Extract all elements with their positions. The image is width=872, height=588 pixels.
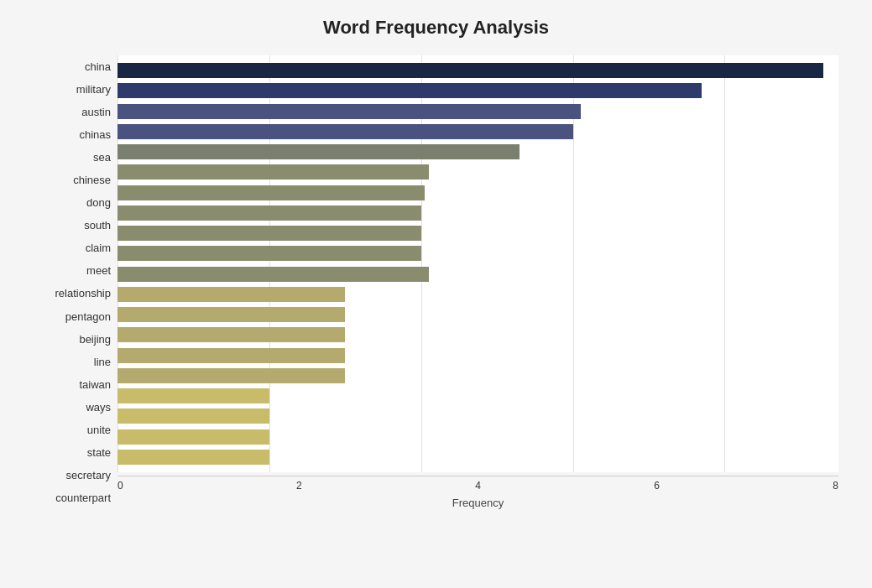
x-tick-label: 6 xyxy=(654,480,660,492)
bar-row xyxy=(117,407,838,425)
bar-row xyxy=(117,285,838,304)
bar-row xyxy=(117,224,838,242)
chart-area: chinamilitaryaustinchinasseachinesedongs… xyxy=(34,55,838,509)
bar xyxy=(117,63,823,78)
bar xyxy=(117,226,421,241)
y-axis-label: secretary xyxy=(66,470,111,481)
bar-row xyxy=(117,122,838,141)
y-axis-label: claim xyxy=(86,242,111,253)
bar xyxy=(117,408,269,424)
y-axis-labels: chinamilitaryaustinchinasseachinesedongs… xyxy=(34,55,117,509)
x-axis-title: Frequency xyxy=(117,497,838,509)
y-axis-label: chinas xyxy=(79,129,111,140)
y-axis-label: chinese xyxy=(73,174,111,185)
bar-row xyxy=(117,367,838,385)
bar xyxy=(117,429,269,445)
bar-row xyxy=(117,325,838,344)
x-tick-label: 8 xyxy=(833,480,838,492)
y-axis-label: counterpart xyxy=(55,492,111,503)
y-axis-label: meet xyxy=(86,265,111,276)
bar-row xyxy=(117,387,838,405)
bar-row xyxy=(117,204,838,222)
bar-row xyxy=(117,61,838,80)
bars-wrapper xyxy=(117,55,838,472)
y-axis-label: ways xyxy=(86,402,111,413)
bar xyxy=(117,388,269,403)
bar-row xyxy=(117,448,838,466)
bar-row xyxy=(117,184,838,202)
x-axis: 02468 Frequency xyxy=(117,476,838,509)
y-axis-label: beijing xyxy=(79,334,111,345)
bar xyxy=(117,287,345,302)
bar-row xyxy=(117,346,838,365)
bar xyxy=(117,144,520,159)
bar-row xyxy=(117,265,838,284)
chart-container: Word Frequency Analysis chinamilitaryaus… xyxy=(0,0,872,588)
y-axis-label: state xyxy=(87,447,111,458)
bar-row xyxy=(117,102,838,121)
bars-section xyxy=(117,55,838,472)
y-axis-label: military xyxy=(76,84,111,95)
bar xyxy=(117,164,429,180)
y-axis-label: austin xyxy=(81,107,111,117)
bar-row xyxy=(117,305,838,324)
x-tick-label: 0 xyxy=(117,480,123,492)
bar xyxy=(117,368,345,383)
plot-area: 02468 Frequency xyxy=(117,55,838,509)
y-axis-label: china xyxy=(85,61,111,72)
bar xyxy=(117,267,429,282)
bar xyxy=(117,124,573,139)
x-axis-labels: 02468 xyxy=(117,476,838,492)
bar xyxy=(117,450,269,465)
y-axis-label: sea xyxy=(93,152,111,163)
bar xyxy=(117,307,345,322)
bar xyxy=(117,246,421,261)
bar-row xyxy=(117,428,838,446)
bar-row xyxy=(117,81,838,100)
bar-row xyxy=(117,163,838,181)
bar xyxy=(117,206,421,221)
y-axis-label: south xyxy=(84,220,111,231)
y-axis-label: relationship xyxy=(55,288,112,299)
bar xyxy=(117,185,425,200)
bar xyxy=(117,348,345,363)
bar-row xyxy=(117,244,838,263)
y-axis-label: unite xyxy=(87,424,111,435)
bar xyxy=(117,327,345,342)
y-axis-label: taiwan xyxy=(79,379,111,390)
bar xyxy=(117,83,702,98)
bar xyxy=(117,104,581,119)
chart-title: Word Frequency Analysis xyxy=(34,17,838,39)
x-tick-label: 4 xyxy=(475,480,481,492)
y-axis-label: pentagon xyxy=(65,311,111,322)
bar-row xyxy=(117,143,838,161)
x-tick-label: 2 xyxy=(296,480,302,492)
y-axis-label: dong xyxy=(86,197,111,208)
y-axis-label: line xyxy=(94,356,111,367)
